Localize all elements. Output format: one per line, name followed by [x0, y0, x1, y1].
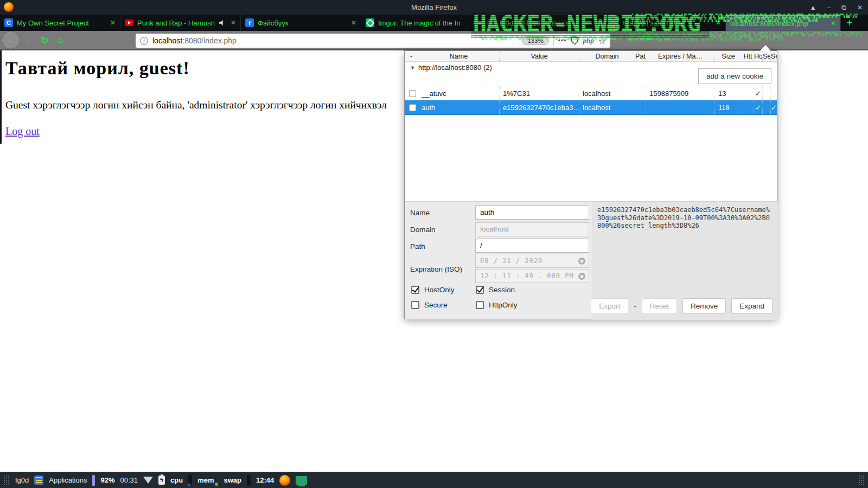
col-value[interactable]: Value [499, 51, 579, 62]
col-path[interactable]: Pat [635, 51, 646, 62]
terminal-taskbar-icon[interactable] [296, 476, 307, 485]
reset-button[interactable]: Reset [642, 298, 677, 314]
session-checkbox[interactable] [476, 286, 484, 294]
col-select[interactable]: - [405, 51, 418, 62]
wifi-icon[interactable] [143, 477, 153, 484]
panel-grip[interactable] [3, 475, 10, 486]
url-bar[interactable]: i localhost:8080/index.php 133% ••• php … [136, 34, 610, 48]
tab-close-icon[interactable]: ✕ [716, 19, 721, 27]
secure-checkbox-item[interactable]: Secure [411, 301, 448, 309]
tab-youtube[interactable]: Punk and Rap - Haruusn ✕ [120, 15, 241, 31]
notification-badge: 593 [607, 24, 617, 29]
minimize-window-button[interactable]: – [827, 4, 831, 11]
pocket-shield-icon[interactable] [571, 36, 578, 45]
session-checkbox-item[interactable]: Session [476, 286, 515, 294]
cell-value: 1%7C31 [499, 86, 579, 101]
new-tab-button[interactable]: + [841, 15, 858, 31]
tab-facebook[interactable]: f Фэйсбүүк ✕ [241, 15, 361, 31]
tab-close-icon[interactable]: ✕ [231, 19, 236, 27]
hostonly-checkbox[interactable] [411, 286, 419, 294]
tab-title: Punk and Rap - Haruusn [137, 19, 215, 27]
tab-close-icon[interactable]: ✕ [473, 19, 478, 27]
php-extension-badge[interactable]: php [583, 36, 593, 45]
tab-title: Imgur: The magic of the In [378, 19, 467, 27]
home-button[interactable]: ⌂ [53, 35, 69, 46]
tab-audio-icon[interactable] [219, 20, 225, 25]
applications-menu[interactable]: Applications [49, 476, 87, 484]
url-path: :8080/index.php [182, 36, 237, 45]
col-hostonly[interactable]: Ho [754, 51, 762, 62]
page-info-icon[interactable]: i [140, 37, 148, 45]
domain-field[interactable]: localhost [475, 222, 589, 236]
add-new-cookie-button[interactable]: add a new cookie [698, 68, 771, 84]
domain-label: Domain [410, 226, 436, 234]
path-label: Path [410, 242, 425, 251]
zoom-level-badge[interactable]: 133% [522, 36, 548, 45]
clear-date-icon[interactable] [578, 258, 585, 265]
logout-link[interactable]: Log out [5, 125, 40, 137]
tab-close-icon[interactable]: ✕ [351, 19, 356, 27]
tab-localhost-active[interactable]: localhost:8080/index.php ✕ [726, 15, 841, 31]
col-domain[interactable]: Domain [579, 51, 635, 62]
tab-imgur[interactable]: Imgur: The magic of the In ✕ [361, 15, 483, 31]
tab-title: localhost:8080/index.php [730, 20, 825, 28]
firefox-taskbar-icon[interactable] [279, 475, 290, 486]
url-text[interactable]: localhost:8080/index.php [152, 36, 237, 45]
tab-title: fg0ddd/HZ19-Writeups [500, 19, 589, 27]
cell-size: 13 [714, 86, 742, 101]
col-name[interactable]: Name [418, 51, 499, 62]
cell-httponly [742, 86, 754, 101]
httponly-checkbox[interactable] [476, 301, 484, 309]
tab-close-icon[interactable]: ✕ [110, 19, 116, 27]
cell-secure [762, 86, 770, 101]
bookmark-star-icon[interactable]: ☆ [598, 36, 606, 46]
path-field[interactable]: / [475, 239, 589, 253]
cell-httponly [742, 100, 754, 115]
forward-button[interactable]: → [20, 35, 36, 46]
back-button[interactable]: ← [2, 31, 20, 49]
table-row[interactable]: __atuvc 1%7C31 localhost 1598875909 13 ✓ [405, 86, 777, 100]
table-row-selected[interactable]: auth e15926327470c1eba3… localhost 118 ✓… [405, 100, 777, 115]
remove-button[interactable]: Remove [682, 298, 726, 314]
swap-label: swap [224, 476, 241, 484]
httponly-checkbox-item[interactable]: HttpOnly [476, 301, 518, 309]
cpu-label: cpu [170, 476, 183, 484]
col-httponly[interactable]: Htt [742, 51, 754, 62]
applications-menu-icon[interactable] [34, 476, 43, 485]
tab-github-writeups[interactable]: fg0ddd/HZ19-Writeups ✕ [483, 15, 605, 31]
export-button[interactable]: Export [591, 298, 628, 314]
row-checkbox[interactable] [409, 104, 416, 111]
col-expires[interactable]: Expires / Ma… [646, 51, 714, 62]
reload-button[interactable]: ↻ [36, 35, 53, 46]
tab-title: Фэйсбүүк [258, 19, 345, 27]
tab-my-own-secret-project[interactable]: C My Own Secret Project ✕ [0, 15, 120, 31]
close-window-button[interactable]: ✕ [857, 4, 863, 11]
tab-close-icon[interactable]: ✕ [595, 19, 601, 27]
expiration-time-field[interactable]: 12 : 11 : 49 . 000 PM [475, 269, 589, 283]
hostonly-checkbox-item[interactable]: HostOnly [411, 286, 455, 294]
cell-hostonly: ✓ [754, 86, 762, 101]
col-secure[interactable]: Se [762, 51, 770, 62]
page-actions-icon[interactable]: ••• [558, 37, 567, 44]
window-edge [0, 50, 2, 144]
tab-close-icon[interactable]: ✕ [831, 20, 836, 27]
panel-grip[interactable] [858, 475, 865, 486]
expand-button[interactable]: Expand [731, 298, 773, 314]
secure-checkbox[interactable] [411, 301, 419, 309]
tab-chat-channel[interactable]: 593 #харуул занги 2019 ✕ [605, 15, 726, 31]
collapse-arrow-icon[interactable]: ▼ [410, 65, 415, 70]
expiration-date-field[interactable]: 08 / 31 / 2020 [475, 254, 589, 268]
popup-anchor-arrow [760, 45, 771, 51]
clear-time-icon[interactable] [578, 273, 585, 280]
cookie-table-header: - Name Value Domain Pat Expires / Ma… Si… [405, 51, 777, 62]
shade-window-button[interactable]: ▲ [810, 4, 816, 11]
name-field[interactable]: auth [475, 206, 589, 220]
facebook-icon: f [245, 18, 254, 27]
restore-window-button[interactable]: ⧉ [841, 4, 846, 11]
cell-hostonly: ✓ [754, 100, 762, 115]
col-session[interactable]: Se [770, 51, 777, 62]
col-size[interactable]: Size [714, 51, 742, 62]
title-bar: Mozilla Firefox ▲ – ⧉ ✕ [0, 0, 868, 15]
site-favicon [487, 18, 496, 27]
row-checkbox[interactable] [409, 90, 416, 97]
